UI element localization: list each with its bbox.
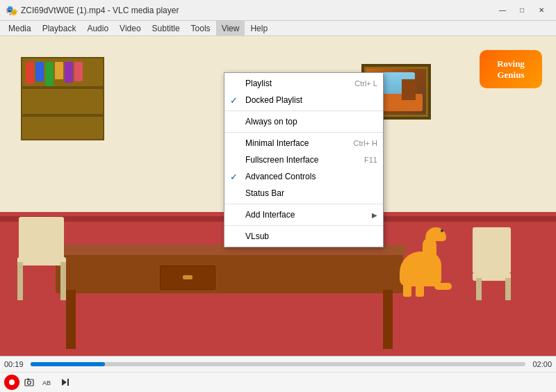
menu-audio[interactable]: Audio xyxy=(81,21,114,35)
menu-section-4: Add Interface ▶ xyxy=(224,204,383,226)
minimize-button[interactable]: — xyxy=(493,3,512,17)
book-4 xyxy=(55,62,63,79)
chair-right-leg1 xyxy=(476,278,482,300)
dino-head xyxy=(425,227,446,241)
chair-right-back xyxy=(473,227,511,272)
menu-status-bar[interactable]: Status Bar xyxy=(224,185,383,202)
window-controls: — □ ✕ xyxy=(493,3,550,17)
frame-advance-icon xyxy=(60,377,71,388)
frame-advance-button[interactable] xyxy=(57,375,74,390)
menu-help[interactable]: Help xyxy=(245,21,273,35)
scene-desk xyxy=(56,252,403,293)
timeline-bar: 00:19 02:00 xyxy=(0,357,556,372)
scene-dinosaur xyxy=(396,234,452,297)
camera-icon xyxy=(24,377,35,388)
menu-section-1: Playlist Ctrl+ L ✓ Docked Playlist xyxy=(224,73,383,111)
menu-section-3: Minimal Interface Ctrl+ H Fullscreen Int… xyxy=(224,133,383,204)
window-title: ZCI69dVtW0E (1).mp4 - VLC media player xyxy=(21,6,493,15)
svg-point-1 xyxy=(28,381,31,384)
menu-add-interface[interactable]: Add Interface ▶ xyxy=(224,206,383,223)
app-icon: 🎭 xyxy=(6,5,17,16)
chair-seat xyxy=(17,257,66,266)
current-time: 00:19 xyxy=(4,360,26,368)
menu-playlist[interactable]: Playlist Ctrl+ L xyxy=(224,75,383,92)
svg-rect-2 xyxy=(27,378,29,379)
add-interface-arrow-icon: ▶ xyxy=(372,211,377,219)
chair-right-leg2 xyxy=(505,278,511,300)
progress-track[interactable] xyxy=(31,362,525,366)
close-button[interactable]: ✕ xyxy=(532,3,550,17)
record-button[interactable] xyxy=(4,375,19,390)
record-dot xyxy=(9,379,15,385)
advanced-controls-check: ✓ xyxy=(230,172,238,182)
menu-video[interactable]: Video xyxy=(114,21,146,35)
svg-rect-0 xyxy=(25,379,33,386)
svg-text:B: B xyxy=(47,379,51,386)
desk-handle xyxy=(183,275,193,279)
menu-always-on-top-label: Always on top xyxy=(245,117,297,126)
menu-fullscreen-interface-label: Fullscreen Interface xyxy=(245,155,318,165)
docked-playlist-check: ✓ xyxy=(230,95,238,106)
title-bar: 🎭 ZCI69dVtW0E (1).mp4 - VLC media player… xyxy=(0,0,556,21)
progress-fill xyxy=(31,362,105,366)
shelf-books xyxy=(26,62,83,86)
dino-tail xyxy=(434,283,452,290)
chair-leg-1 xyxy=(17,262,23,300)
view-dropdown-menu: Playlist Ctrl+ L ✓ Docked Playlist Alway… xyxy=(224,72,384,247)
menu-minimal-interface[interactable]: Minimal Interface Ctrl+ H xyxy=(224,135,383,152)
menu-advanced-controls[interactable]: ✓ Advanced Controls xyxy=(224,168,383,185)
book-1 xyxy=(26,62,34,84)
video-area: RovingGenius Playlist Ctrl+ L ✓ Docked P… xyxy=(0,36,556,356)
snapshot-button[interactable] xyxy=(21,375,38,390)
menu-fullscreen-shortcut: F11 xyxy=(364,156,377,164)
menu-playlist-label: Playlist xyxy=(245,79,272,88)
menu-section-2: Always on top xyxy=(224,111,383,133)
menu-section-5: VLsub xyxy=(224,226,383,247)
maximize-button[interactable]: □ xyxy=(513,3,531,17)
shelf-row-2 xyxy=(22,114,103,117)
menu-minimal-interface-label: Minimal Interface xyxy=(245,138,309,148)
loop-ab-icon: A B xyxy=(42,377,53,388)
menu-media[interactable]: Media xyxy=(3,21,37,35)
menu-playback[interactable]: Playback xyxy=(37,21,82,35)
menu-view[interactable]: View xyxy=(216,21,245,35)
menu-docked-playlist-label: Docked Playlist xyxy=(245,95,302,105)
scene-chair-left xyxy=(14,217,70,300)
menu-tools[interactable]: Tools xyxy=(186,21,216,35)
total-time: 02:00 xyxy=(530,360,552,368)
scene-bookshelf xyxy=(21,57,104,140)
menu-vlsub[interactable]: VLsub xyxy=(224,228,383,245)
book-2 xyxy=(35,62,44,81)
shelf-unit xyxy=(21,57,104,140)
dino-eye xyxy=(441,229,443,232)
book-5 xyxy=(65,62,73,83)
book-6 xyxy=(74,62,83,81)
logo-text: RovingGenius xyxy=(497,58,525,80)
scene-chair-right xyxy=(473,231,514,300)
menu-fullscreen-interface[interactable]: Fullscreen Interface F11 xyxy=(224,152,383,168)
menu-add-interface-label: Add Interface xyxy=(245,210,295,220)
dino-leg2 xyxy=(416,283,424,297)
chair-leg-2 xyxy=(60,262,66,300)
menu-status-bar-label: Status Bar xyxy=(245,188,284,198)
svg-marker-5 xyxy=(62,379,67,386)
advanced-controls-row: A B xyxy=(0,372,556,391)
menu-bar: Media Playback Audio Video Subtitle Tool… xyxy=(0,21,556,36)
menu-playlist-shortcut: Ctrl+ L xyxy=(354,79,377,88)
picture-rock xyxy=(402,79,416,100)
menu-advanced-controls-label: Advanced Controls xyxy=(245,172,316,181)
desk-leg-right xyxy=(383,290,393,349)
menu-subtitle[interactable]: Subtitle xyxy=(147,21,186,35)
menu-docked-playlist[interactable]: ✓ Docked Playlist xyxy=(224,92,383,108)
menu-vlsub-label: VLsub xyxy=(245,231,269,241)
menu-always-on-top[interactable]: Always on top xyxy=(224,113,383,130)
loop-ab-button[interactable]: A B xyxy=(39,375,56,390)
menu-minimal-shortcut: Ctrl+ H xyxy=(353,139,377,147)
dino-leg1 xyxy=(403,283,411,297)
shelf-row-1 xyxy=(22,86,103,89)
bottom-controls: 00:19 02:00 A B xyxy=(0,356,556,392)
book-3 xyxy=(45,62,54,86)
chair-back xyxy=(19,217,64,259)
scene-logo: RovingGenius xyxy=(480,50,542,88)
dino-neck xyxy=(423,238,436,262)
